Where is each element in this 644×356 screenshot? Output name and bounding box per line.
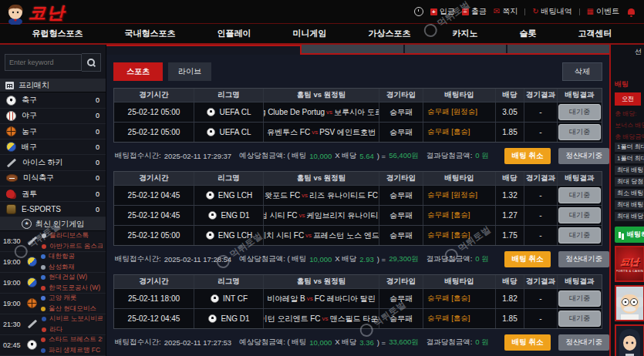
limit-row: 최소 배팅금액	[615, 189, 644, 198]
popular-game-row[interactable]: 18:30 블라디보스톡 아반가르드 옴스크	[0, 231, 106, 252]
table-row: 25-02-12 04:45 ENG D1 레이턴 오리엔트 FCvs맨스필드 …	[114, 308, 602, 328]
popular-game-row[interactable]: 21:30 시비르 노보시비르스크 라다	[0, 314, 106, 335]
content-tab-strip	[106, 45, 609, 55]
site-logo[interactable]: 코난	[4, 2, 66, 25]
limit-row: 1폴더 최대 당첨금	[615, 154, 644, 163]
game-type: 승무패	[379, 102, 423, 122]
popular-game-row[interactable]: 19:00 고양 캐롯 울산 현대모비스	[0, 294, 106, 314]
nav-minigame[interactable]: 미니게임	[272, 28, 348, 39]
place-bet-button[interactable]: 배팅하기	[615, 227, 644, 243]
settlement-pending-button[interactable]: 정산대기중	[558, 251, 609, 267]
event-link[interactable]: ▦ 이벤트	[587, 6, 619, 17]
popular-game-row[interactable]: 19:00 현대건설 (W) 한국도로공사 (W)	[0, 273, 106, 294]
waiting-status-button[interactable]: 대기중	[558, 311, 601, 327]
content-tab[interactable]	[507, 45, 609, 53]
bet-type: 승무패 [홈승]	[423, 206, 495, 225]
game-result: -	[524, 309, 557, 328]
match-time: 25-02-12 04:45	[114, 186, 194, 205]
banner-conan-logo[interactable]: 코난 SPORTS & CASINO	[615, 246, 644, 282]
star-icon	[22, 219, 32, 229]
col-league: 리그명	[194, 275, 263, 288]
sidebar-item-volleyball[interactable]: 배구 0	[0, 139, 106, 155]
bet-type: 승무패 [홈승]	[423, 226, 495, 245]
content-tab[interactable]	[302, 45, 403, 53]
waiting-status-button[interactable]: 대기중	[558, 187, 601, 203]
waiting-status-button[interactable]: 대기중	[558, 227, 601, 243]
search-row	[5, 53, 101, 72]
home-team: 스타드 브레스트 29	[49, 335, 103, 344]
message-link[interactable]: ✉ 쪽지	[494, 6, 518, 17]
expected-label: 예상당첨금액: ( 배팅	[239, 338, 306, 348]
popular-game-row[interactable]: 19:00 대한항공 삼성화재	[0, 252, 106, 273]
bell-icon[interactable]	[628, 8, 635, 15]
sidebar-item-boxing[interactable]: 권투 0	[0, 186, 106, 202]
message-label: 쪽지	[502, 6, 518, 17]
sidebar-item-esports[interactable]: E-SPORTS 0	[0, 202, 106, 217]
search-button[interactable]	[82, 53, 101, 72]
sport-count: 0	[96, 174, 99, 182]
col-bet-type: 배팅타입	[423, 172, 495, 185]
game-type: 승무패	[379, 226, 423, 245]
betslip-tab-a[interactable]: 오전	[615, 92, 641, 106]
banner-professor-character[interactable]	[615, 285, 644, 321]
cancel-bet-button[interactable]: 배팅 취소	[504, 148, 551, 164]
sidebar-item-baseball[interactable]: 야구 0	[0, 109, 106, 124]
bet-history-link[interactable]: ↻ 배팅내역	[532, 6, 572, 17]
nav-domestic-sports[interactable]: 국내형스포츠	[104, 28, 197, 39]
settlement-pending-button[interactable]: 정산대기중	[558, 334, 609, 351]
sport-label: 권투	[22, 189, 37, 200]
soccer-icon	[27, 340, 37, 350]
expected-win: 29,300원	[389, 254, 419, 264]
withdraw-link[interactable]: − 출금	[462, 6, 487, 17]
soccer-icon	[6, 96, 16, 106]
sidebar-item-soccer[interactable]: 축구 0	[0, 92, 106, 108]
bet-amount: 10,000	[309, 152, 332, 160]
receipt-label: 배팅접수시간:	[115, 151, 161, 161]
nav-casino[interactable]: 카지노	[432, 28, 499, 39]
nav-inplay[interactable]: 인플레이	[197, 28, 272, 39]
tab-sports[interactable]: 스포츠	[113, 62, 163, 81]
game-result: -	[524, 226, 557, 245]
waiting-status-button[interactable]: 대기중	[558, 124, 601, 140]
event-label: 이벤트	[596, 6, 619, 17]
banner-girl-character[interactable]	[615, 324, 644, 356]
settlement-pending-button[interactable]: 정산대기중	[558, 148, 609, 164]
table-row: 25-02-12 05:00 ENG LCH 노리치 시티 FCvs프레스턴 노…	[114, 225, 602, 245]
sports-sidebar: 프리매치 축구 0 야구 0 농구 0 배구 0 아이스 하키 0	[0, 45, 106, 356]
sidebar-item-american-football[interactable]: 미식축구 0	[0, 171, 106, 186]
nav-slot[interactable]: 슬롯	[499, 28, 558, 39]
game-result: -	[524, 206, 557, 225]
result-label: 결과당첨금액:	[427, 254, 473, 264]
table-header: 경기시간 리그명 홈팀 vs 원정팀 경기타입 배팅타입 배당 경기결과 배팅결…	[114, 172, 602, 185]
waiting-status-button[interactable]: 대기중	[558, 104, 601, 120]
nav-customer-center[interactable]: 고객센터	[558, 28, 633, 39]
col-game-result: 경기결과	[524, 275, 557, 288]
hockey-icon	[7, 158, 16, 167]
tab-live[interactable]: 라이브	[168, 62, 211, 81]
waiting-status-button[interactable]: 대기중	[558, 207, 601, 223]
deposit-link[interactable]: + 입금	[430, 6, 455, 17]
mail-icon: ✉	[494, 8, 500, 15]
waiting-status-button[interactable]: 대기중	[558, 291, 601, 307]
receipt-label: 배팅접수시간:	[115, 254, 161, 264]
cancel-bet-button[interactable]: 배팅 취소	[504, 334, 551, 351]
delete-button[interactable]: 삭제	[562, 62, 602, 81]
bonus-odds-label: 보너스 배당:	[615, 121, 644, 129]
content-tab[interactable]	[405, 45, 507, 53]
sidebar-item-basketball[interactable]: 농구 0	[0, 124, 106, 139]
nav-european-sports[interactable]: 유럽형스포츠	[12, 28, 104, 39]
popular-game-row[interactable]: 02:45 스타드 브레스트 29 파리 생제르맹 FC	[0, 335, 106, 356]
sidebar-item-ice-hockey[interactable]: 아이스 하키 0	[0, 155, 106, 170]
col-match: 홈팀 vs 원정팀	[263, 89, 379, 102]
game-type: 승무패	[379, 206, 423, 225]
search-input[interactable]	[5, 54, 82, 71]
cancel-bet-button[interactable]: 배팅 취소	[504, 251, 551, 267]
nav-virtual-sports[interactable]: 가상스포츠	[348, 28, 432, 39]
odds: 1.32	[495, 186, 524, 205]
sport-count: 0	[96, 128, 99, 136]
volleyball-icon	[6, 142, 16, 152]
bet-slip: 경기시간 리그명 홈팀 vs 원정팀 경기타입 배팅타입 배당 경기결과 배팅결…	[113, 88, 602, 171]
content-tab-active[interactable]	[106, 45, 302, 55]
limit-row: 최대 배당	[615, 212, 644, 221]
team-badge	[42, 327, 46, 332]
